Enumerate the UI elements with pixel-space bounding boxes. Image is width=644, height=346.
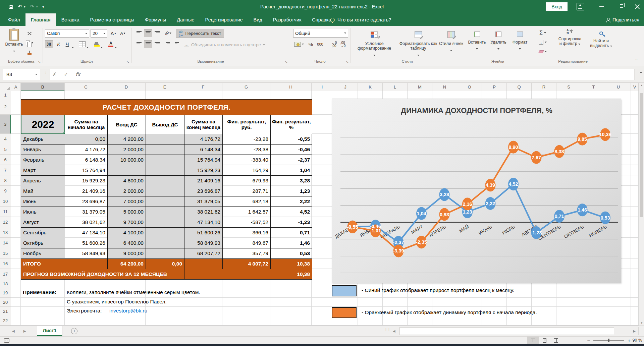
data-cell[interactable]: 4 176,72: [65, 145, 108, 155]
fill-button[interactable]: ↓: [536, 38, 549, 46]
row-header-9[interactable]: 9: [0, 186, 11, 196]
scroll-left-icon[interactable]: ◀: [393, 329, 395, 333]
month-cell[interactable]: Сентябрь: [21, 228, 65, 238]
data-cell[interactable]: 366,16: [223, 228, 271, 238]
increase-decimal-button[interactable]: ←0,00: [330, 40, 338, 48]
prev-sheet-icon[interactable]: ◀: [12, 329, 15, 333]
data-cell[interactable]: 23 696,87: [65, 196, 108, 207]
row-header-13[interactable]: 13: [0, 227, 11, 238]
data-cell[interactable]: [146, 228, 184, 238]
data-cell[interactable]: 4 200,00: [108, 134, 146, 145]
column-header-J[interactable]: J: [333, 83, 358, 91]
clear-button[interactable]: [536, 48, 549, 56]
data-cell[interactable]: 2,22: [271, 196, 312, 207]
data-cell[interactable]: 0,53: [271, 248, 312, 259]
data-cell[interactable]: 15 929,23: [184, 165, 223, 176]
row-header-22[interactable]: 22: [0, 316, 11, 326]
data-cell[interactable]: 0,71: [271, 228, 312, 238]
data-cell[interactable]: 6 400,00: [108, 238, 146, 248]
data-cell[interactable]: 21 409,16: [65, 186, 108, 196]
table-header[interactable]: Сумма на начало месяца: [65, 115, 108, 134]
table-header[interactable]: Ввод ДС: [108, 115, 146, 134]
column-header-Q[interactable]: Q: [507, 83, 532, 91]
restore-button[interactable]: [620, 4, 623, 8]
data-cell[interactable]: [146, 248, 184, 259]
column-header-B[interactable]: B: [21, 83, 65, 91]
column-header-O[interactable]: O: [457, 83, 482, 91]
tab-Формулы[interactable]: Формулы: [140, 13, 171, 26]
tab-Разработчик[interactable]: Разработчик: [268, 13, 307, 26]
data-cell[interactable]: [108, 165, 146, 176]
row-header-1[interactable]: 1: [0, 91, 11, 99]
tab-Файл[interactable]: Файл: [3, 13, 25, 26]
data-cell[interactable]: 38 021,62: [65, 217, 108, 228]
select-all-corner[interactable]: [0, 83, 11, 91]
paste-button[interactable]: Вставить: [5, 29, 23, 53]
expand-formula-bar-icon[interactable]: [640, 72, 642, 73]
data-cell[interactable]: 4 800,00: [108, 176, 146, 186]
data-cell[interactable]: 1 642,57: [223, 207, 271, 217]
vertical-scrollbar-thumb[interactable]: [640, 93, 643, 217]
data-cell[interactable]: 4 176,72: [184, 134, 223, 145]
data-cell[interactable]: 4 100,00: [108, 228, 146, 238]
minimize-button[interactable]: [599, 6, 604, 7]
tab-Вид[interactable]: Вид: [248, 13, 268, 26]
year-cell[interactable]: 2022: [21, 115, 65, 134]
month-cell[interactable]: Март: [21, 165, 65, 176]
bold-button[interactable]: Ж: [45, 40, 53, 48]
data-cell[interactable]: 47 134,10: [65, 228, 108, 238]
font-size-combo[interactable]: 20: [91, 29, 107, 38]
data-cell[interactable]: 849,67: [223, 238, 271, 248]
cell-styles-button[interactable]: Стили ячеек: [439, 29, 464, 53]
month-cell[interactable]: Июль: [21, 207, 65, 217]
data-cell[interactable]: 4,52: [271, 207, 312, 217]
data-cell[interactable]: 58 849,93: [184, 238, 223, 248]
increase-font-icon[interactable]: А▲: [109, 29, 118, 37]
data-cell[interactable]: 15 929,23: [65, 176, 108, 186]
row-header-5[interactable]: 5: [0, 144, 11, 155]
total-label[interactable]: ИТОГО: [21, 259, 108, 269]
wrap-text-button[interactable]: abc↩Переносить текст: [176, 29, 224, 38]
row-header-4[interactable]: 4: [0, 134, 11, 144]
data-cell[interactable]: 3,28: [271, 176, 312, 186]
data-cell[interactable]: [146, 186, 184, 196]
row-header-19[interactable]: 19: [0, 288, 11, 298]
data-cell[interactable]: 51 600,26: [65, 238, 108, 248]
align-center-icon[interactable]: [144, 40, 152, 48]
data-cell[interactable]: 2 000,00: [108, 145, 146, 155]
tab-Рецензирование[interactable]: Рецензирование: [200, 13, 248, 26]
ribbon-display-options-icon[interactable]: [577, 3, 584, 10]
data-cell[interactable]: [146, 238, 184, 248]
data-cell[interactable]: 679,93: [223, 176, 271, 186]
zoom-in-icon[interactable]: +: [628, 338, 631, 343]
collapse-ribbon-icon[interactable]: ⌃: [635, 58, 638, 62]
data-cell[interactable]: 0,00: [65, 134, 108, 145]
data-cell[interactable]: -28,38: [223, 145, 271, 155]
month-cell[interactable]: Апрель: [21, 176, 65, 186]
row-header-15[interactable]: 15: [0, 248, 11, 258]
month-cell[interactable]: Февраль: [21, 155, 65, 165]
format-cells-button[interactable]: Формат: [510, 30, 530, 51]
data-cell[interactable]: [146, 207, 184, 217]
column-header-F[interactable]: F: [184, 83, 222, 91]
align-middle-icon[interactable]: [144, 29, 152, 37]
fill-color-button[interactable]: [93, 40, 101, 48]
data-cell[interactable]: -23,28: [223, 134, 271, 145]
data-cell[interactable]: 9 000,00: [108, 248, 146, 259]
data-cell[interactable]: 164,29: [223, 165, 271, 176]
align-bottom-icon[interactable]: [153, 29, 161, 37]
column-header-P[interactable]: P: [482, 83, 507, 91]
column-header-U[interactable]: U: [606, 83, 631, 91]
forecast-value[interactable]: 10,38: [184, 269, 312, 280]
column-header-G[interactable]: G: [222, 83, 270, 91]
row-header-12[interactable]: 12: [0, 217, 11, 227]
dialog-launcher-icon[interactable]: ↘: [345, 60, 348, 64]
data-cell[interactable]: 7 000,00: [108, 196, 146, 207]
row-header-2[interactable]: 2: [0, 99, 11, 115]
total-result-rub[interactable]: 4 007,72: [223, 259, 271, 269]
tab-Разметка страницы[interactable]: Разметка страницы: [85, 13, 140, 26]
data-cell[interactable]: [146, 217, 184, 228]
conditional-formatting-button[interactable]: ≠Условное форматирование: [353, 29, 396, 57]
sort-filter-button[interactable]: АЯСортировкаи фильтр: [554, 29, 586, 46]
column-header-E[interactable]: E: [146, 83, 184, 91]
